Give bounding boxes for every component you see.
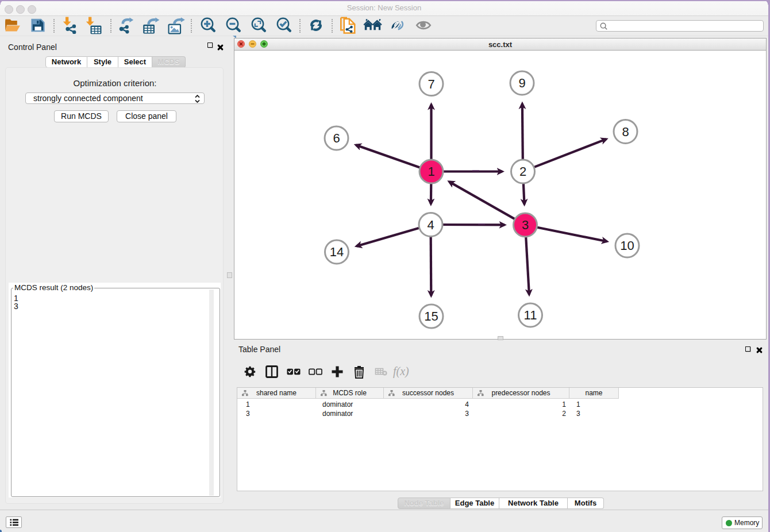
svg-text:4: 4 [427, 218, 434, 232]
svg-text:2: 2 [519, 164, 526, 179]
svg-text:7: 7 [428, 77, 434, 91]
svg-text:8: 8 [622, 125, 629, 139]
svg-text:14: 14 [330, 245, 344, 259]
svg-text:6: 6 [333, 131, 340, 145]
svg-text:10: 10 [620, 238, 634, 253]
svg-text:1: 1 [428, 164, 434, 179]
svg-text:11: 11 [524, 308, 537, 322]
svg-text:3: 3 [522, 218, 529, 232]
svg-text:9: 9 [518, 76, 525, 90]
svg-text:15: 15 [424, 309, 438, 323]
